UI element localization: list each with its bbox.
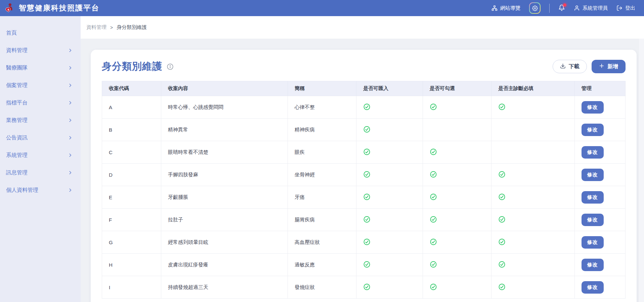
edit-button[interactable]: 修改 <box>582 281 604 294</box>
breadcrumb: 資料管理 > 身分類別維護 <box>81 16 644 39</box>
sidebar: 首頁資料管理醫療團隊個案管理指標平台業務管理公告資訊系統管理訊息管理個人資料管理 <box>0 16 81 302</box>
navbar-actions: 網站導覽 <box>491 2 635 14</box>
sidebar-item-4[interactable]: 指標平台 <box>0 94 81 112</box>
user-icon <box>574 5 580 11</box>
sidebar-item-9[interactable]: 個人資料管理 <box>0 181 81 199</box>
sidebar-item-3[interactable]: 個案管理 <box>0 77 81 94</box>
check-circle-icon <box>498 193 506 201</box>
notifications-button[interactable] <box>558 4 565 12</box>
check-circle-icon <box>363 216 371 223</box>
sidebar-item-6[interactable]: 公告資訊 <box>0 129 81 146</box>
cell-short-name: 眼疾 <box>288 141 356 164</box>
chevron-right-icon <box>68 48 73 53</box>
cell-diagnosis-required <box>491 186 575 209</box>
cell-manage: 修改 <box>574 209 625 231</box>
check-circle-icon <box>498 216 506 223</box>
cell-content: 皮膚出現紅疹發癢 <box>161 254 288 276</box>
admin-menu[interactable]: 系統管理員 <box>574 5 608 11</box>
sidebar-item-1[interactable]: 資料管理 <box>0 42 81 59</box>
sidebar-item-label: 訊息管理 <box>6 169 28 176</box>
check-circle-icon <box>363 261 371 268</box>
add-label: 新增 <box>607 63 618 70</box>
check-circle-icon <box>498 261 506 268</box>
column-header-5: 是否主診斷必填 <box>491 81 575 96</box>
cell-manage: 修改 <box>574 119 625 141</box>
breadcrumb-parent[interactable]: 資料管理 <box>86 24 106 31</box>
cell-code: E <box>102 186 161 209</box>
cell-checkable <box>423 186 491 209</box>
edit-button[interactable]: 修改 <box>582 259 604 271</box>
cell-importable <box>356 276 423 299</box>
edit-button[interactable]: 修改 <box>582 146 604 159</box>
sidebar-item-label: 指標平台 <box>6 99 28 106</box>
table-row: G經常感到頭暈目眩高血壓症狀修改 <box>102 231 626 254</box>
check-circle-icon <box>363 193 371 201</box>
sidebar-item-label: 業務管理 <box>6 117 28 124</box>
cell-short-name: 高血壓症狀 <box>288 231 356 254</box>
cell-checkable <box>423 231 491 254</box>
table-row: I持續發燒超過三天發燒症狀修改 <box>102 276 626 299</box>
sidebar-item-5[interactable]: 業務管理 <box>0 112 81 129</box>
chevron-right-icon <box>68 66 73 70</box>
settings-button[interactable] <box>529 2 541 14</box>
notification-badge <box>563 3 566 7</box>
cell-importable <box>356 164 423 186</box>
sidebar-item-2[interactable]: 醫療團隊 <box>0 59 81 77</box>
sitemap-link[interactable]: 網站導覽 <box>491 5 520 11</box>
info-icon[interactable] <box>167 63 174 70</box>
cell-diagnosis-required <box>491 254 575 276</box>
add-button[interactable]: 新增 <box>592 60 626 73</box>
cell-manage: 修改 <box>574 96 625 119</box>
edit-button[interactable]: 修改 <box>582 214 604 226</box>
sidebar-item-label: 個案管理 <box>6 82 28 89</box>
breadcrumb-separator: > <box>110 25 113 30</box>
chevron-right-icon <box>68 188 73 192</box>
cell-code: A <box>102 96 161 119</box>
sidebar-item-0[interactable]: 首頁 <box>0 24 81 42</box>
sidebar-item-label: 公告資訊 <box>6 134 28 141</box>
check-circle-icon <box>363 171 371 178</box>
download-button[interactable]: 下載 <box>553 60 587 73</box>
cell-checkable <box>423 141 491 164</box>
check-circle-icon <box>498 238 506 246</box>
check-circle-icon <box>498 283 506 291</box>
check-circle-icon <box>430 171 437 178</box>
cell-diagnosis-required <box>491 164 575 186</box>
sidebar-item-label: 系統管理 <box>6 152 28 159</box>
cell-diagnosis-required <box>491 96 575 119</box>
edit-button[interactable]: 修改 <box>582 236 604 249</box>
table-row: E牙齦腫脹牙痛修改 <box>102 186 626 209</box>
cell-diagnosis-required <box>491 276 575 299</box>
table-row: H皮膚出現紅疹發癢過敏反應修改 <box>102 254 626 276</box>
main-content: 資料管理 > 身分類別維護 身分類別維護 <box>81 16 644 302</box>
brand: 智慧健康科技照護平台 <box>5 2 99 14</box>
cell-short-name: 發燒症狀 <box>288 276 356 299</box>
scrollbar-track[interactable] <box>639 39 644 302</box>
cell-code: B <box>102 119 161 141</box>
table-row: F拉肚子腸胃疾病修改 <box>102 209 626 231</box>
edit-button[interactable]: 修改 <box>582 191 604 204</box>
edit-button[interactable]: 修改 <box>582 124 604 136</box>
cell-manage: 修改 <box>574 254 625 276</box>
sidebar-item-7[interactable]: 系統管理 <box>0 146 81 164</box>
cell-content: 經常感到頭暈目眩 <box>161 231 288 254</box>
chevron-right-icon <box>68 153 73 158</box>
check-circle-icon <box>430 261 437 268</box>
download-icon <box>560 63 566 70</box>
plus-icon <box>599 63 604 70</box>
logout-icon <box>616 5 622 11</box>
check-circle-icon <box>430 216 437 223</box>
cell-short-name: 心律不整 <box>288 96 356 119</box>
cell-content: 持續發燒超過三天 <box>161 276 288 299</box>
gear-icon <box>530 3 540 13</box>
cell-content: 精神異常 <box>161 119 288 141</box>
logout-label: 登出 <box>625 5 635 11</box>
sidebar-item-8[interactable]: 訊息管理 <box>0 164 81 181</box>
edit-button[interactable]: 修改 <box>582 169 604 181</box>
sidebar-item-label: 首頁 <box>6 30 17 37</box>
cell-content: 時常心悸、心跳感覺悶悶 <box>161 96 288 119</box>
cell-importable <box>356 186 423 209</box>
edit-button[interactable]: 修改 <box>582 101 604 114</box>
cell-manage: 修改 <box>574 276 625 299</box>
logout-button[interactable]: 登出 <box>616 5 635 11</box>
